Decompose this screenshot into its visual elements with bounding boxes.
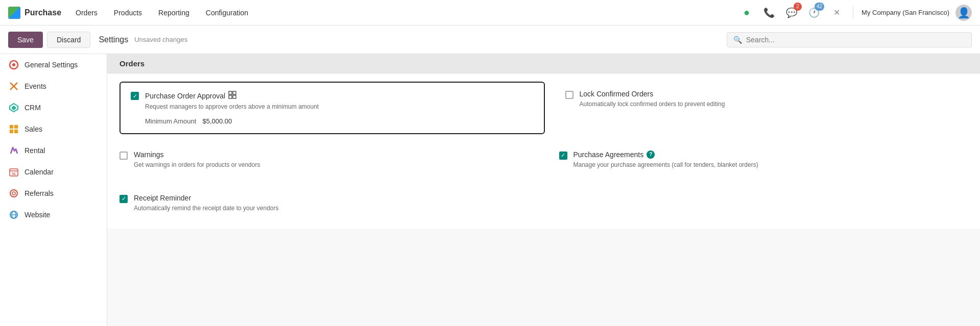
search-input[interactable] <box>746 36 965 44</box>
svg-marker-5 <box>12 106 16 110</box>
svg-rect-7 <box>14 125 18 129</box>
nav-right: ● 📞 💬 2 🕐 42 ✕ My Company (San Francisco… <box>738 5 972 21</box>
receipt-reminder-desc: Automatically remind the receipt date to… <box>134 204 551 213</box>
warnings-title: Warnings <box>134 151 529 159</box>
svg-rect-8 <box>10 130 13 133</box>
warnings-desc: Get warnings in orders for products or v… <box>134 161 529 169</box>
website-icon <box>8 209 19 220</box>
purchase-agreements-help-icon[interactable]: ? <box>647 151 655 159</box>
lock-confirmed-orders-title: Lock Confirmed Orders <box>580 90 968 98</box>
lock-confirmed-orders-checkbox[interactable] <box>565 91 573 99</box>
sidebar-item-label: General Settings <box>25 61 78 69</box>
toolbar-unsaved: Unsaved changes <box>134 36 187 43</box>
rental-icon <box>8 145 19 156</box>
sidebar-item-label: Events <box>25 82 46 90</box>
nav-logo[interactable]: Purchase <box>8 7 61 19</box>
purchase-agreements-content: Purchase Agreements ? Manage your purcha… <box>573 151 968 169</box>
nav-item-products[interactable]: Products <box>108 6 148 20</box>
purchase-order-approval-checkbox[interactable] <box>131 92 139 100</box>
svg-rect-9 <box>14 130 18 133</box>
lock-confirmed-orders-content: Lock Confirmed Orders Automatically lock… <box>580 90 968 109</box>
purchase-order-approval-field: Minimum Amount $5,000.00 <box>145 117 534 125</box>
svg-point-1 <box>12 63 15 66</box>
setting-receipt-reminder: Receipt Reminder Automatically remind th… <box>119 186 561 221</box>
warnings-checkbox-wrap[interactable] <box>119 151 128 160</box>
min-amount-value[interactable]: $5,000.00 <box>202 117 232 125</box>
lock-confirmed-orders-desc: Automatically lock confirmed orders to p… <box>580 100 968 109</box>
receipt-reminder-content: Receipt Reminder Automatically remind th… <box>134 194 551 213</box>
receipt-reminder-checkbox[interactable] <box>119 195 128 203</box>
warnings-checkbox[interactable] <box>119 152 128 160</box>
sidebar-item-referrals[interactable]: Referrals <box>0 183 107 204</box>
search-icon: 🔍 <box>733 36 742 44</box>
svg-point-13 <box>10 190 17 197</box>
purchase-agreements-checkbox[interactable] <box>559 152 567 160</box>
status-dot-icon[interactable]: ● <box>738 5 755 21</box>
svg-rect-18 <box>229 91 232 94</box>
min-amount-label: Minimum Amount <box>145 117 196 125</box>
receipt-reminder-title: Receipt Reminder <box>134 194 551 202</box>
toolbar: Save Discard Settings Unsaved changes 🔍 <box>0 26 980 54</box>
search-bar[interactable]: 🔍 <box>727 32 972 47</box>
svg-rect-6 <box>10 125 13 129</box>
events-icon <box>8 81 19 92</box>
content-area: Orders Purchase Order Approval <box>107 54 980 326</box>
nav-item-configuration[interactable]: Configuration <box>200 6 254 20</box>
sidebar-item-label: Calendar <box>25 168 54 176</box>
section-header-orders: Orders <box>107 54 980 73</box>
sidebar-item-calendar[interactable]: 31 Calendar <box>0 161 107 183</box>
crm-icon <box>8 102 19 113</box>
calendar-icon: 31 <box>8 166 19 178</box>
receipt-reminder-checkbox-wrap[interactable] <box>119 194 128 203</box>
main-layout: General Settings Events CRM Sales Rental <box>0 54 980 326</box>
discard-button[interactable]: Discard <box>47 32 90 48</box>
chat-badge: 2 <box>794 3 802 11</box>
chat-icon[interactable]: 💬 2 <box>783 5 800 21</box>
sidebar-item-crm[interactable]: CRM <box>0 97 107 118</box>
sidebar-item-sales[interactable]: Sales <box>0 118 107 140</box>
svg-rect-20 <box>229 95 232 98</box>
top-nav: Purchase Orders Products Reporting Confi… <box>0 0 980 26</box>
sidebar-item-label: Website <box>25 211 50 219</box>
sidebar-item-label: Rental <box>25 146 45 155</box>
svg-rect-21 <box>233 95 236 98</box>
clock-badge: 42 <box>815 3 824 11</box>
sidebar: General Settings Events CRM Sales Rental <box>0 54 107 326</box>
lock-confirmed-orders-checkbox-wrap[interactable] <box>565 90 573 99</box>
setting-purchase-order-approval: Purchase Order Approval Request managers… <box>119 82 545 134</box>
save-button[interactable]: Save <box>8 32 43 48</box>
sidebar-item-website[interactable]: Website <box>0 204 107 225</box>
nav-company[interactable]: My Company (San Francisco) <box>862 9 949 16</box>
logo-icon <box>8 7 20 19</box>
svg-rect-19 <box>233 91 236 94</box>
nav-item-reporting[interactable]: Reporting <box>152 6 196 20</box>
purchase-order-approval-desc: Request managers to approve orders above… <box>145 103 534 111</box>
purchase-order-approval-title: Purchase Order Approval <box>145 91 534 101</box>
close-icon[interactable]: ✕ <box>828 5 845 21</box>
toolbar-title: Settings <box>99 35 128 44</box>
phone-icon[interactable]: 📞 <box>761 5 777 21</box>
setting-purchase-agreements: Purchase Agreements ? Manage your purcha… <box>559 142 968 178</box>
purchase-agreements-checkbox-wrap[interactable] <box>559 151 567 160</box>
sales-icon <box>8 123 19 135</box>
clock-icon[interactable]: 🕐 42 <box>806 5 822 21</box>
purchase-order-approval-content: Purchase Order Approval Request managers… <box>145 91 534 125</box>
svg-text:31: 31 <box>12 172 16 175</box>
sidebar-item-general-settings[interactable]: General Settings <box>0 54 107 76</box>
nav-logo-text: Purchase <box>25 8 61 17</box>
sidebar-item-rental[interactable]: Rental <box>0 140 107 161</box>
setting-warnings: Warnings Get warnings in orders for prod… <box>119 142 539 178</box>
nav-item-orders[interactable]: Orders <box>69 6 104 20</box>
sidebar-item-label: CRM <box>25 104 41 112</box>
purchase-agreements-desc: Manage your purchase agreements (call fo… <box>573 161 968 169</box>
sidebar-item-events[interactable]: Events <box>0 76 107 97</box>
nav-separator <box>853 7 853 19</box>
avatar[interactable]: 👤 <box>955 5 972 21</box>
warnings-content: Warnings Get warnings in orders for prod… <box>134 151 529 169</box>
sidebar-item-label: Referrals <box>25 189 54 197</box>
purchase-agreements-title: Purchase Agreements ? <box>573 151 968 159</box>
setting-lock-confirmed-orders: Lock Confirmed Orders Automatically lock… <box>565 82 968 134</box>
grid-icon <box>228 91 236 101</box>
svg-point-14 <box>12 192 15 195</box>
purchase-order-approval-checkbox-wrap[interactable] <box>131 91 139 100</box>
